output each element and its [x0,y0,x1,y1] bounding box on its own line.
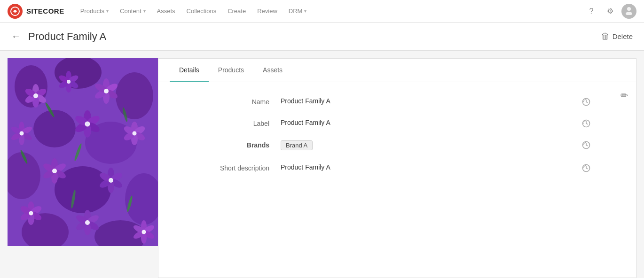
edit-icon[interactable]: ✏ [620,90,628,101]
brand-tag[interactable]: Brand A [281,140,313,150]
tabs-bar: Details Products Assets [158,59,636,82]
product-image [8,58,158,246]
tab-details[interactable]: Details [170,59,209,82]
chevron-down-icon: ▾ [143,8,146,14]
field-label-name: Name [196,97,281,106]
history-icon-label[interactable] [581,119,591,128]
svg-point-6 [116,72,153,119]
nav-right: ? ⚙ [584,4,636,19]
field-row-brands: Brands Brand A [196,140,598,150]
help-icon: ? [589,7,594,15]
field-value-name: Product Family A [281,97,330,105]
field-value-label: Product Family A [281,119,330,126]
nav-items: Products ▾ Content ▾ Assets Collections … [76,0,584,23]
chevron-down-icon: ▾ [304,8,306,14]
history-icon-brands[interactable] [581,140,591,150]
logo-icon [8,4,23,19]
nav-item-products[interactable]: Products ▾ [76,0,113,23]
svg-point-101 [143,231,145,233]
product-image-panel [8,58,158,246]
page-header-right: 🗑 Delete [601,31,633,41]
gear-icon: ⚙ [607,7,613,15]
field-row-name: Name Product Family A [196,97,598,106]
field-label-brands: Brands [196,140,281,149]
trash-icon: 🗑 [601,31,610,41]
page-header: ← Product Family A 🗑 Delete [0,23,644,51]
main-content: Details Products Assets ✏ Name Product F… [0,51,644,278]
logo-text: SITECORE [26,7,64,15]
svg-point-53 [86,123,89,126]
svg-point-61 [133,132,136,135]
settings-button[interactable]: ⚙ [603,4,618,19]
svg-point-45 [21,132,23,135]
history-icon-name[interactable] [581,97,591,107]
svg-point-85 [30,212,32,215]
field-label-label: Label [196,119,281,127]
page-title: Product Family A [28,31,106,43]
nav-item-create[interactable]: Create [223,0,251,23]
help-button[interactable]: ? [584,4,599,19]
field-row-short-description: Short description Product Family A [196,163,598,172]
side-actions: ✏ [620,90,628,101]
field-value-short-description: Product Family A [281,163,330,171]
svg-point-29 [68,81,70,83]
svg-point-77 [110,179,112,182]
logo[interactable]: SITECORE [8,4,64,19]
user-avatar[interactable] [621,4,636,19]
svg-point-69 [53,170,56,172]
page-header-left: ← Product Family A [11,31,106,43]
nav-item-collections[interactable]: Collections [182,0,221,23]
tab-assets[interactable]: Assets [253,59,292,82]
field-label-short-description: Short description [196,163,281,172]
nav-item-assets[interactable]: Assets [152,0,180,23]
details-content: ✏ Name Product Family A Label Product Fa… [158,82,636,278]
svg-point-93 [86,221,89,224]
nav-item-drm[interactable]: DRM ▾ [284,0,312,23]
field-row-label: Label Product Family A [196,119,598,127]
nav-item-content[interactable]: Content ▾ [115,0,150,23]
avatar-icon [624,6,634,17]
nav-item-review[interactable]: Review [252,0,282,23]
svg-point-37 [105,90,108,93]
back-button[interactable]: ← [11,31,21,42]
svg-point-21 [34,94,37,97]
svg-point-2 [626,12,632,15]
chevron-down-icon: ▾ [106,8,109,14]
delete-button[interactable]: 🗑 Delete [601,31,633,41]
right-panel: Details Products Assets ✏ Name Product F… [158,58,636,278]
history-icon-short-description[interactable] [581,163,591,173]
tab-products[interactable]: Products [209,59,253,82]
navbar: SITECORE Products ▾ Content ▾ Assets Col… [0,0,644,23]
svg-point-1 [627,7,631,11]
delete-label: Delete [613,32,633,40]
svg-point-7 [33,110,76,147]
